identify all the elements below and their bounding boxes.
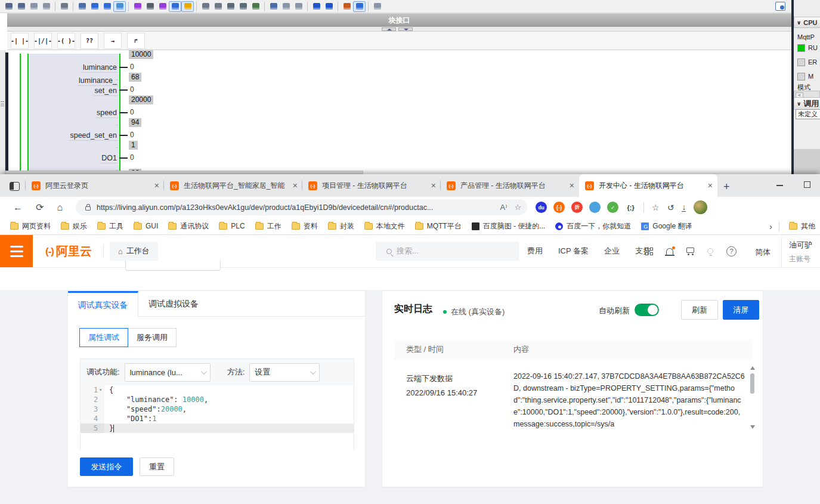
minimize-icon[interactable] [776,185,783,186]
script-extension-icon[interactable]: {;} [625,202,636,213]
scroll-up-icon[interactable] [750,366,755,370]
snapshot-icon[interactable] [353,1,366,12]
bookmark-item[interactable]: 资料 [292,221,318,231]
insert-network-icon[interactable] [2,1,15,12]
send-command-button[interactable]: 发送指令 [80,457,133,476]
no-contact-icon[interactable]: -| |- [11,33,29,49]
splitter-expand-icon[interactable] [382,27,396,31]
coil-icon[interactable]: -( )- [57,33,75,49]
aliyun-extension-icon[interactable]: {-} [553,202,565,213]
log-entry-content[interactable]: 2022-09-16 15:40:27.147, 37B7CDCD8A3A4E7… [513,370,746,430]
language-switch[interactable]: 简体 [755,247,771,258]
history-icon[interactable]: ↺ [667,203,674,212]
refresh-button[interactable]: 刷新 [681,300,718,320]
cpu-panel-header[interactable]: ∨ CPU [794,17,820,28]
console-nav-item[interactable]: 企业 [604,246,620,256]
browser-tab[interactable]: (-) 产品管理 - 生活物联网平台 × [441,174,579,197]
debug-mode-chip[interactable]: 服务调用 [128,328,177,347]
favorite-star-icon[interactable]: ☆ [514,203,521,212]
chevron-down-icon[interactable]: ∨ [797,20,801,26]
monitor-icon[interactable] [341,1,353,12]
bookmark-item[interactable]: 通讯协议 [168,221,209,231]
call-environment-value[interactable]: 未定义 [796,109,820,119]
split-vertical-icon[interactable] [101,1,113,12]
scrollbar-thumb[interactable] [750,373,754,394]
downloads-icon[interactable]: ↓ [682,203,686,212]
code-line[interactable]: 3 ▾ "speed":20000, [81,404,354,414]
renumber-icon[interactable] [27,1,40,12]
cart-icon[interactable] [686,248,694,253]
auto-refresh-toggle[interactable] [635,304,659,316]
compile-icon[interactable] [249,1,262,12]
favorites-bar-icon[interactable]: ☆ [652,203,660,212]
bookmark-item[interactable]: PLC [219,222,245,230]
block-interface-splitter[interactable] [7,27,791,32]
log-scrollbar[interactable] [750,366,755,429]
url-text[interactable]: https://living.aliyun.com/p/a123oHks0evA… [97,203,493,212]
tab-close-icon[interactable]: × [570,181,574,190]
code-line[interactable]: 2 ▾ "luminance": 10000, [81,395,354,404]
align-icon[interactable] [76,1,88,12]
baidu-disk-extension-icon[interactable]: du [536,202,547,213]
splitter-collapse-icon[interactable] [398,27,413,31]
renumber-all-icon[interactable] [40,1,52,12]
bookmark-item[interactable]: 百度一下，你就知道 [555,221,631,231]
network-overview-icon[interactable] [169,1,181,12]
code-line[interactable]: 1 ▾ { [81,385,354,395]
console-nav-item[interactable]: 费用 [527,246,543,256]
debug-mode-chip[interactable]: 属性调试 [79,328,128,347]
editor-left-scrollbar[interactable] [0,50,5,174]
adguard-extension-icon[interactable]: ✓ [607,202,618,213]
split-horizontal-icon[interactable] [88,1,101,12]
browser-tab[interactable]: (-) 开发中心 - 生活物联网平台 × [579,174,717,197]
console-search-input[interactable]: 搜索... [376,242,519,261]
chevron-down-icon[interactable]: ∨ [797,101,801,107]
json-code-editor[interactable]: 1 ▾ { 2 ▾ "lumin [81,385,354,451]
insert-column-icon[interactable] [280,1,292,12]
notifications-icon[interactable] [666,248,673,255]
favorites-icon[interactable] [181,1,194,12]
home-icon[interactable]: ⌂ [57,202,63,213]
bird-extension-icon[interactable] [589,202,601,213]
comment-icon[interactable] [113,1,126,12]
browser-tab[interactable]: (-) 项目管理 - 生活物联网平台 × [302,174,441,197]
new-tab-button[interactable]: + [723,181,730,192]
go-offline-icon[interactable] [323,1,335,12]
bookmark-other-folder[interactable]: 其他 [789,221,815,231]
lock-icon[interactable] [58,1,70,12]
clear-screen-button[interactable]: 清屏 [723,300,759,320]
hmi-tag-import-icon[interactable] [144,1,156,12]
bookmark-item[interactable]: 工具 [97,221,123,231]
tab-close-icon[interactable]: × [293,181,298,190]
console-nav-item[interactable]: ICP 备案 [558,246,589,256]
fold-caret-icon[interactable]: ▾ [99,385,102,395]
bookmark-item[interactable]: 娱乐 [61,221,87,231]
bookmark-item[interactable]: 本地文件 [364,221,405,231]
back-icon[interactable]: ← [13,202,23,213]
tab-actions-icon[interactable] [10,182,20,191]
aliyun-logo[interactable]: (-) 阿里云 [45,243,92,259]
print-icon[interactable] [371,1,383,12]
download-to-device-icon[interactable] [224,1,237,12]
scroll-down-icon[interactable] [750,425,755,429]
bookmark-item[interactable]: 封装 [328,221,354,231]
tab-close-icon[interactable]: × [154,181,159,190]
maximize-icon[interactable] [804,181,810,188]
hmi-tag-export-icon[interactable] [131,1,144,12]
block-interface-title[interactable]: 块接口 [7,13,791,27]
read-aloud-icon[interactable]: A⁾ [500,203,508,212]
insert-row-icon[interactable] [267,1,280,12]
hmi-tag-sync-icon[interactable] [156,1,169,12]
workbench-button[interactable]: ⌂ 工作台 [110,242,158,261]
bookmark-item[interactable]: 百度脑图 - 便捷的... [472,221,546,231]
bookmarks-overflow-icon[interactable]: › [769,221,772,231]
reset-button[interactable]: 重置 [140,457,174,476]
account-info[interactable]: 油可驴 主账号 [781,235,820,267]
nc-contact-icon[interactable]: -|/|- [34,33,52,49]
reload-icon[interactable]: ⟳ [36,202,44,213]
scrollbar-grip[interactable] [1,101,4,106]
go-online-icon[interactable] [310,1,323,12]
debug-function-select[interactable]: luminance (lu... [125,363,211,382]
debug-tab[interactable]: 调试真实设备 [68,291,138,317]
bookmark-item[interactable]: MQTT平台 [415,221,462,231]
